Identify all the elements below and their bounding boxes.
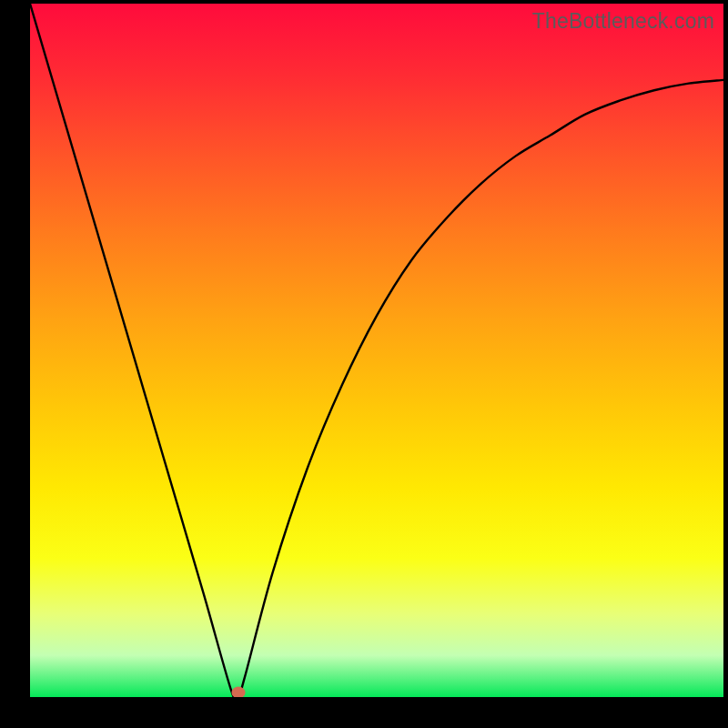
plot-area: TheBottleneck.com (30, 4, 723, 697)
chart-frame: TheBottleneck.com (0, 0, 728, 728)
optimal-point-marker (231, 687, 245, 698)
bottleneck-curve (30, 4, 723, 697)
